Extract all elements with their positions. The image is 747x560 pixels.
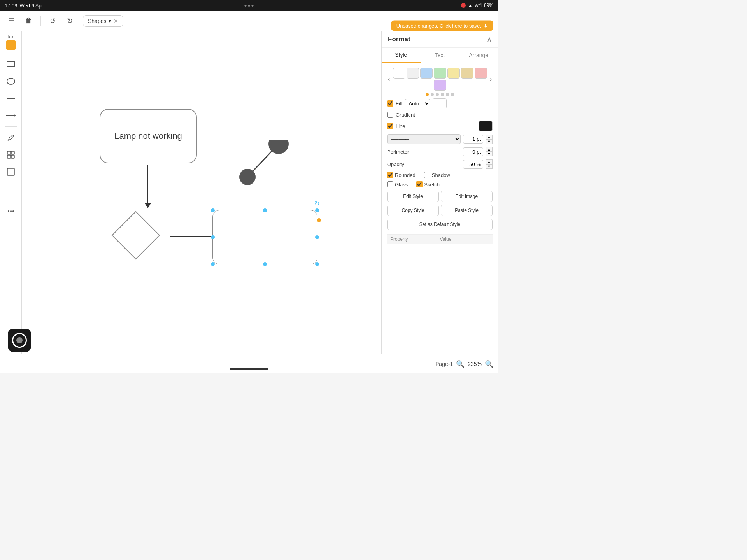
edit-style-button[interactable]: Edit Style	[387, 191, 439, 202]
shapes-close-icon: ✕	[114, 18, 118, 24]
rounded-label: Rounded	[395, 172, 416, 178]
perimeter-down[interactable]: ▼	[486, 152, 493, 156]
swatch-pagination	[387, 93, 493, 96]
date-display: Wed 6 Apr	[20, 3, 43, 9]
redo-icon: ↻	[67, 17, 73, 25]
swatch-pink[interactable]	[475, 68, 487, 79]
swatch-next-button[interactable]: ›	[489, 75, 493, 84]
line-weight-down[interactable]: ▼	[486, 139, 493, 144]
perimeter-row: Perimeter ▲ ▼	[387, 147, 493, 156]
opacity-input[interactable]	[463, 160, 483, 169]
line-weight-up[interactable]: ▲	[486, 135, 493, 139]
shadow-checkbox[interactable]	[424, 172, 430, 178]
paste-style-button[interactable]: Paste Style	[441, 205, 493, 216]
status-left: 17:09 Wed 6 Apr	[5, 3, 43, 9]
zoom-out-button[interactable]: 🔍	[456, 360, 465, 368]
pen-tool[interactable]	[3, 130, 19, 145]
handle-bl[interactable]	[211, 262, 215, 266]
tab-style[interactable]: Style	[382, 48, 421, 63]
perimeter-input[interactable]	[463, 147, 483, 156]
lamp-not-working-shape[interactable]: Lamp not working	[100, 109, 197, 163]
menu-button[interactable]: ☰	[5, 14, 19, 28]
handle-tc[interactable]	[263, 208, 267, 212]
perimeter-up[interactable]: ▲	[486, 147, 493, 152]
line-color-swatch[interactable]	[479, 121, 493, 131]
glass-label: Glass	[395, 182, 408, 187]
unsaved-changes-button[interactable]: Unsaved changes. Click here to save. ⬇	[391, 21, 493, 31]
more-tool[interactable]	[3, 203, 19, 219]
shapes-button[interactable]: Shapes ▾ ✕	[83, 15, 123, 27]
handle-mr[interactable]	[315, 235, 319, 239]
right-panel: Format ∧ Style Text Arrange ‹	[381, 31, 498, 373]
edit-image-button[interactable]: Edit Image	[441, 191, 493, 202]
camera-button[interactable]	[8, 329, 31, 352]
opacity-up[interactable]: ▲	[486, 159, 493, 164]
gradient-row: Gradient	[387, 112, 493, 118]
line-style-select[interactable]: ───── - - - - · · · ·	[387, 134, 461, 144]
fill-select[interactable]: Auto None Color	[405, 99, 430, 108]
zoom-in-button[interactable]: 🔍	[485, 360, 493, 368]
table-icon	[7, 168, 15, 176]
dot-6	[451, 93, 454, 96]
rounded-checkbox[interactable]	[387, 172, 393, 178]
sidebar-sep-1	[5, 53, 17, 53]
rotate-handle[interactable]: ↻	[314, 200, 320, 205]
glass-checkbox[interactable]	[387, 181, 393, 187]
camera-lens	[16, 337, 23, 343]
line-weight-stepper: ▲ ▼	[486, 135, 493, 144]
color-swatches-row: ‹ ›	[387, 68, 493, 91]
fill-color-swatch[interactable]	[433, 98, 447, 108]
shapes-grid-tool[interactable]	[3, 147, 19, 163]
swatch-white[interactable]	[393, 68, 405, 79]
ellipse-tool[interactable]	[3, 74, 19, 89]
color-swatch-tool[interactable]	[6, 40, 16, 50]
handle-br[interactable]	[315, 262, 319, 266]
table-tool[interactable]	[3, 164, 19, 180]
swatch-yellow[interactable]	[447, 68, 460, 79]
text-tool-label: Text	[7, 34, 14, 39]
swatches-grid	[391, 68, 489, 91]
sketch-checkbox[interactable]	[416, 181, 423, 187]
handle-bc[interactable]	[263, 262, 267, 266]
redo-button[interactable]: ↻	[63, 14, 77, 28]
tab-arrange[interactable]: Arrange	[459, 48, 498, 63]
corner-radius-handle[interactable]	[317, 218, 321, 222]
swatch-lavender[interactable]	[434, 80, 446, 91]
swatch-light-gray[interactable]	[407, 68, 419, 79]
line-tool[interactable]	[3, 91, 19, 106]
delete-icon: 🗑	[25, 17, 32, 25]
copy-style-button[interactable]: Copy Style	[387, 205, 439, 216]
line-weight-input[interactable]	[463, 135, 483, 144]
perimeter-label: Perimeter	[387, 149, 409, 155]
add-tool[interactable]	[3, 186, 19, 202]
tab-text[interactable]: Text	[421, 48, 459, 63]
left-sidebar: Text	[0, 31, 22, 354]
dot-3	[436, 93, 439, 96]
toolbar: ☰ 🗑 ↺ ↻ Shapes ▾ ✕ Unsaved changes. Clic…	[0, 11, 498, 31]
dot-2	[431, 93, 434, 96]
swatch-light-blue[interactable]	[420, 68, 433, 79]
swatch-tan[interactable]	[461, 68, 473, 79]
set-default-style-button[interactable]: Set as Default Style	[387, 219, 493, 230]
diamond-shape[interactable]	[110, 210, 161, 261]
flowchart: Lamp not working ↻	[22, 31, 381, 354]
rectangle-tool[interactable]	[3, 56, 19, 72]
handle-tl[interactable]	[211, 208, 215, 212]
undo-button[interactable]: ↺	[46, 14, 60, 28]
swatch-light-green[interactable]	[434, 68, 446, 79]
opacity-down[interactable]: ▼	[486, 164, 493, 169]
arrow-tool[interactable]	[3, 108, 19, 123]
handle-tr[interactable]	[315, 208, 319, 212]
property-col-header: Property	[390, 236, 440, 242]
panel-header: Format ∧	[382, 31, 498, 48]
canvas[interactable]: Lamp not working ↻	[22, 31, 381, 354]
selected-shape[interactable]: ↻	[212, 210, 317, 264]
delete-button[interactable]: 🗑	[22, 14, 36, 28]
handle-ml[interactable]	[211, 235, 215, 239]
swatch-prev-button[interactable]: ‹	[387, 75, 391, 84]
fill-checkbox[interactable]	[387, 100, 393, 107]
line-checkbox[interactable]	[387, 123, 393, 129]
arrow-down-1[interactable]	[147, 165, 148, 204]
panel-collapse-button[interactable]: ∧	[487, 35, 492, 44]
gradient-checkbox[interactable]	[387, 112, 393, 118]
